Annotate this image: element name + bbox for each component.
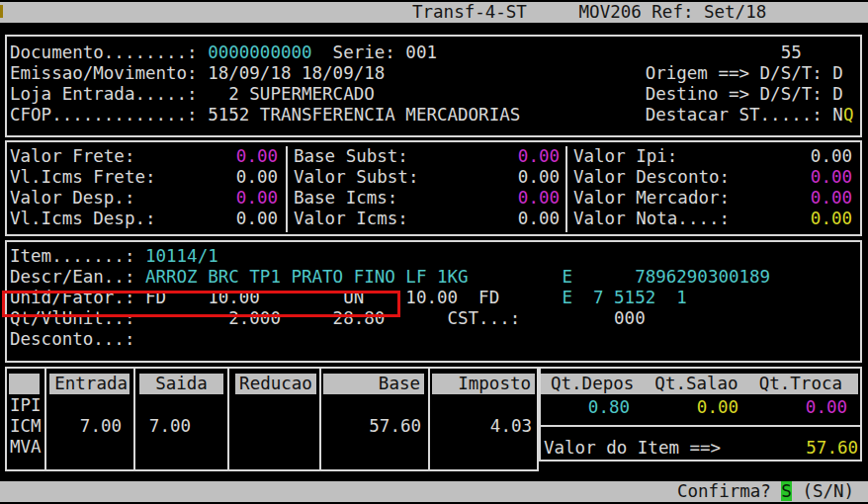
column-header-saida: Saida <box>139 374 223 394</box>
value-row: Valor Icms:0.00 <box>288 209 567 229</box>
icm-imposto-value: 4.03 <box>432 416 532 437</box>
field-label: Valor Icms: <box>294 209 408 229</box>
value-row: Valor Frete:0.00 <box>7 146 286 167</box>
value-row: Vl.Icms Desp.:0.00 <box>7 209 286 229</box>
field-label: Valor Frete: <box>10 146 134 167</box>
tax-row-labels: IPI ICM MVA <box>10 395 42 458</box>
field-label: Base Subst: <box>294 146 408 167</box>
discount-label: Desconto...: <box>10 329 134 349</box>
table-divider <box>428 369 430 469</box>
field-label: Vl.Icms Frete: <box>10 167 156 188</box>
table-divider <box>319 369 321 469</box>
qt-depos-value: 0.80 <box>541 397 630 418</box>
value-row: Base Subst:0.00 <box>288 146 567 167</box>
title-bar: Transf-4-ST MOV206 Ref: Set/18 <box>0 2 868 23</box>
item-section: Item.......: 10114/1 Descr/Ean..: ARROZ … <box>5 240 862 363</box>
document-number-value: 0000000000 <box>208 42 311 62</box>
unit-factor-row: Unid/Fator.: FD 10.00 UN 10.00 FD E 7 51… <box>10 288 860 308</box>
field-value: 0.00 <box>811 167 852 188</box>
quantities-header: Qt.Depos Qt.Salao Qt.Troca <box>541 374 858 394</box>
unit-factor-extra: E 7 5152 1 <box>499 288 687 307</box>
serie-and-code: Serie: 001 55 <box>312 42 802 62</box>
field-value: 0.00 <box>236 209 278 229</box>
field-value: 0.00 <box>811 188 852 209</box>
emission-movement-text: Emissao/Movimento: 18/09/18 18/09/18 Ori… <box>10 63 843 83</box>
qty-unitvalue-text: Qt/VlUnit..: 2.000 28.80 CST...: 000 <box>10 308 646 328</box>
qty-unitvalue-row: Qt/VlUnit..: 2.000 28.80 CST...: 000 <box>10 308 860 329</box>
field-label: Valor Desp.: <box>10 188 134 209</box>
value-row: Valor Ipi:0.00 <box>567 146 860 167</box>
terminal-screen: Transf-4-ST MOV206 Ref: Set/18 Documento… <box>0 0 868 504</box>
icm-base-value: 57.60 <box>323 416 421 437</box>
document-section: Documento........: 0000000000 Serie: 001… <box>5 35 862 137</box>
field-label: Base Icms: <box>294 188 397 209</box>
item-description-row: Descr/Ean..: ARROZ BRC TP1 PRATO FINO LF… <box>10 267 860 288</box>
field-label: Vl.Icms Desp.: <box>10 209 156 229</box>
values-column-subst-icms: Base Subst:0.00 Valor Subst:0.00 Base Ic… <box>286 146 567 232</box>
field-value: 0.00 <box>518 209 560 229</box>
value-row: Valor Mercador:0.00 <box>567 188 860 209</box>
field-label: Valor Ipi: <box>573 146 677 167</box>
quantities-panel: Qt.Depos Qt.Salao Qt.Troca 0.80 0.00 0.0… <box>539 367 862 462</box>
value-row: Valor Desp.:0.00 <box>7 188 286 209</box>
field-value: 0.00 <box>518 167 560 188</box>
item-total-label: Valor do Item ==> <box>544 438 721 459</box>
qt-troca-value: 0.00 <box>758 397 847 418</box>
item-description-label: Descr/Ean..: <box>10 267 145 287</box>
panel-divider <box>539 425 860 427</box>
value-row: Valor Subst:0.00 <box>288 167 567 188</box>
field-value: 0.00 <box>236 167 278 188</box>
field-label: Valor Mercador: <box>573 188 730 209</box>
emission-movement-row: Emissao/Movimento: 18/09/18 18/09/18 Ori… <box>10 63 860 84</box>
confirm-prompt-row: Confirma? S (S/N) <box>677 481 854 502</box>
field-label: Valor Subst: <box>294 167 418 188</box>
column-header-entrada: Entrada <box>49 374 130 394</box>
unit-factor-values: Unid/Fator.: FD 10.00 UN 10.00 FD <box>10 288 499 307</box>
column-header-base: Base <box>323 374 424 394</box>
item-code-value: 10114/1 <box>145 246 218 266</box>
field-value: 0.00 <box>811 146 852 167</box>
value-row: Valor Nota....:0.00 <box>567 209 860 229</box>
table-divider <box>44 369 46 469</box>
value-row: Valor Desconto:0.00 <box>567 167 860 188</box>
column-header-reducao: Reducao <box>235 374 316 394</box>
table-divider <box>227 369 229 469</box>
item-description-value: ARROZ BRC TP1 PRATO FINO LF 1KG E 789629… <box>145 267 770 287</box>
document-number-row: Documento........: 0000000000 Serie: 001… <box>10 42 860 63</box>
icm-saida-value: 7.00 <box>139 416 191 437</box>
value-row: Base Icms:0.00 <box>288 188 567 209</box>
values-column-ipi-nota: Valor Ipi:0.00 Valor Desconto:0.00 Valor… <box>565 146 860 232</box>
confirm-answer-field[interactable]: S <box>781 481 792 501</box>
cursor-artifact-icon <box>0 5 3 18</box>
status-bar: Confirma? S (S/N) <box>0 481 868 502</box>
discount-row: Desconto...: <box>10 329 860 350</box>
cfop-row: CFOP.............: 5152 TRANSFERENCIA ME… <box>10 105 860 126</box>
icm-entrada-value: 7.00 <box>49 416 122 437</box>
cfop-text: CFOP.............: 5152 TRANSFERENCIA ME… <box>10 105 832 125</box>
store-entry-text: Loja Entrada.....: 2 SUPERMERCADO Destin… <box>10 84 843 104</box>
field-value: 0.00 <box>518 146 560 167</box>
values-column-frete: Valor Frete:0.00 Vl.Icms Frete:0.00 Valo… <box>7 146 286 232</box>
store-entry-row: Loja Entrada.....: 2 SUPERMERCADO Destin… <box>10 84 860 105</box>
confirm-prompt-label: Confirma? <box>677 481 781 501</box>
field-value: 0.00 <box>518 188 560 209</box>
item-total-value: 57.60 <box>759 438 858 459</box>
item-code-row: Item.......: 10114/1 <box>10 246 860 267</box>
qt-salao-value: 0.00 <box>650 397 738 418</box>
field-label: Valor Desconto: <box>573 167 730 188</box>
column-header-imposto: Imposto <box>432 374 535 394</box>
tax-table: Entrada Saida Reducao Base Imposto IPI I… <box>5 367 539 471</box>
field-value: 0.00 <box>236 146 278 167</box>
confirm-options-label: (S/N) <box>792 481 854 501</box>
table-divider <box>133 369 135 469</box>
destacar-st-n: N <box>832 105 843 125</box>
field-label: Valor Nota....: <box>573 209 730 229</box>
column-header-blank <box>9 374 40 394</box>
value-row: Vl.Icms Frete:0.00 <box>7 167 286 188</box>
destacar-st-q: Q <box>843 105 854 125</box>
values-section: Valor Frete:0.00 Vl.Icms Frete:0.00 Valo… <box>5 140 862 236</box>
item-code-label: Item.......: <box>10 246 145 266</box>
window-title: Transf-4-ST MOV206 Ref: Set/18 <box>412 2 766 23</box>
field-value: 0.00 <box>811 209 852 229</box>
field-value: 0.00 <box>236 188 278 209</box>
